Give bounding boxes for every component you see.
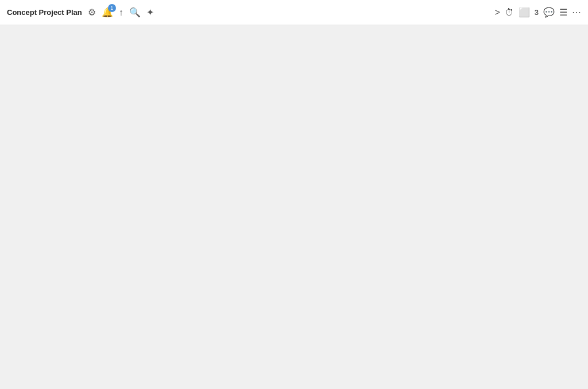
settings-icon[interactable]: ⚙: [88, 7, 96, 18]
notifications-icon[interactable]: 🔔 1: [102, 7, 113, 18]
timer-icon[interactable]: ⏱: [505, 7, 514, 18]
topbar-left: Concept Project Plan ⚙ 🔔 1 ↑ 🔍 ✦: [7, 7, 154, 18]
frame-icon[interactable]: ⬜: [519, 7, 530, 18]
menu-icon[interactable]: ☰: [559, 7, 567, 18]
app-title: Concept Project Plan: [7, 8, 82, 17]
collapse-icon[interactable]: >: [494, 7, 500, 18]
search-icon[interactable]: 🔍: [129, 7, 141, 18]
topbar: Concept Project Plan ⚙ 🔔 1 ↑ 🔍 ✦ > ⏱ ⬜ 3…: [0, 0, 588, 25]
star-icon[interactable]: ✦: [146, 7, 154, 18]
share-icon[interactable]: ↑: [119, 7, 123, 18]
notification-badge: 1: [108, 4, 116, 12]
number-icon[interactable]: 3: [535, 8, 539, 17]
comment-icon[interactable]: 💬: [543, 7, 555, 18]
more-icon[interactable]: ⋯: [572, 7, 581, 18]
topbar-right: > ⏱ ⬜ 3 💬 ☰ ⋯: [494, 7, 581, 18]
